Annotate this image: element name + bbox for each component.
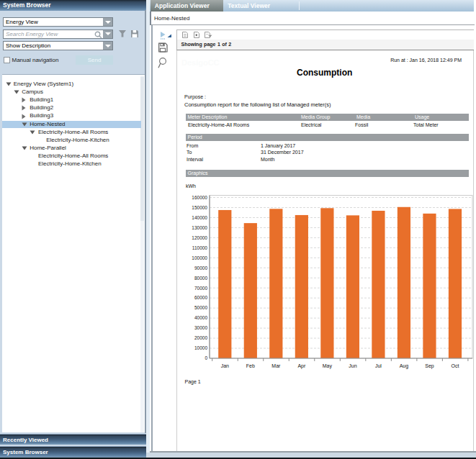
svg-text:Jul: Jul xyxy=(375,363,382,368)
svg-text:50000: 50000 xyxy=(194,305,207,310)
svg-text:160000: 160000 xyxy=(192,195,207,200)
svg-text:150000: 150000 xyxy=(192,205,207,210)
svg-text:Jun: Jun xyxy=(349,363,356,368)
svg-text:130000: 130000 xyxy=(192,225,207,230)
svg-text:0: 0 xyxy=(205,355,207,360)
svg-text:20000: 20000 xyxy=(194,335,207,340)
svg-text:Sep: Sep xyxy=(425,363,434,369)
svg-text:Aug: Aug xyxy=(400,363,409,369)
svg-text:30000: 30000 xyxy=(194,325,207,330)
svg-text:140000: 140000 xyxy=(192,215,207,220)
svg-text:Jan: Jan xyxy=(221,363,229,368)
svg-text:80000: 80000 xyxy=(194,276,207,281)
svg-text:Oct: Oct xyxy=(452,363,459,368)
svg-text:60000: 60000 xyxy=(194,295,207,300)
svg-text:May: May xyxy=(323,363,333,369)
svg-text:10000: 10000 xyxy=(194,345,207,350)
svg-text:Mar: Mar xyxy=(271,363,281,368)
svg-text:90000: 90000 xyxy=(194,265,207,271)
svg-text:Feb: Feb xyxy=(246,363,255,368)
svg-text:110000: 110000 xyxy=(192,245,208,250)
svg-text:kWh: kWh xyxy=(186,183,196,188)
svg-text:70000: 70000 xyxy=(194,286,207,291)
svg-text:120000: 120000 xyxy=(192,235,207,240)
svg-text:Apr: Apr xyxy=(297,363,306,369)
svg-text:100000: 100000 xyxy=(192,255,207,260)
svg-text:40000: 40000 xyxy=(194,315,207,320)
